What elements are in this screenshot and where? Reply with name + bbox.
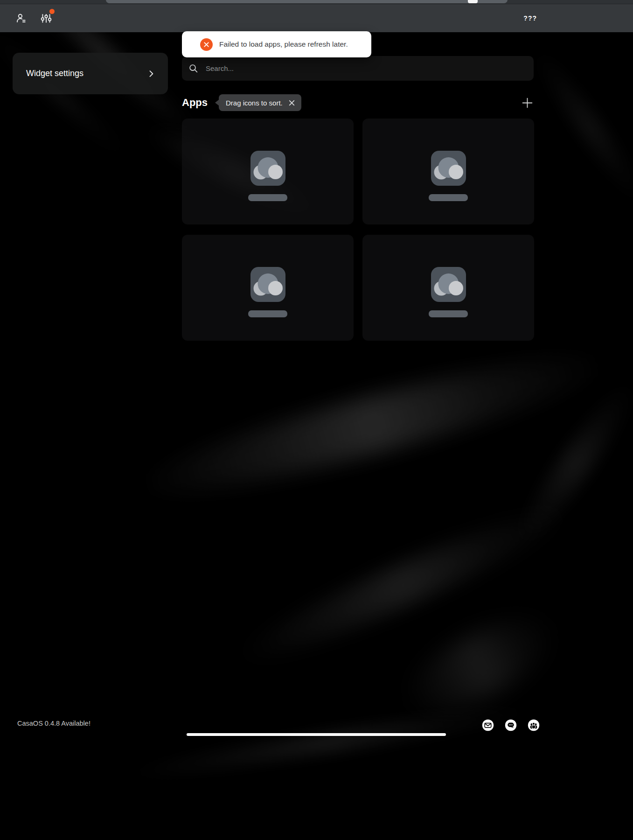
drag-sort-tooltip: Drag icons to sort. <box>219 94 301 111</box>
widget-settings-button[interactable] <box>38 10 54 26</box>
app-card-skeleton[interactable] <box>182 235 354 341</box>
community-icon[interactable] <box>528 719 540 731</box>
app-card-skeleton[interactable] <box>362 235 534 341</box>
address-bar[interactable] <box>106 0 508 3</box>
app-placeholder-cloud-icon <box>250 267 285 302</box>
add-app-button[interactable] <box>521 97 534 109</box>
background-streak <box>127 334 619 516</box>
footer-links <box>482 719 540 731</box>
mail-icon[interactable] <box>482 719 494 731</box>
user-icon <box>15 12 27 24</box>
app-placeholder-cloud-icon <box>431 267 466 302</box>
app-name-skeleton-bar <box>429 310 468 317</box>
user-button[interactable] <box>13 10 29 26</box>
version-update-link[interactable]: CasaOS 0.4.8 Available! <box>17 720 90 727</box>
background-streak <box>506 372 633 554</box>
casaos-screen: ??? Widget settings Failed to load apps,… <box>0 0 633 840</box>
widget-sliders-icon <box>40 12 52 24</box>
apps-grid <box>182 119 534 341</box>
home-indicator[interactable] <box>187 733 446 736</box>
chevron-right-icon <box>146 69 156 78</box>
error-circle-x-icon <box>200 38 213 51</box>
chat-icon[interactable] <box>505 719 517 731</box>
search-icon <box>188 63 199 74</box>
background-streak <box>0 23 137 166</box>
app-placeholder-cloud-icon <box>250 151 285 186</box>
help-button[interactable]: ??? <box>523 4 537 32</box>
app-card-skeleton[interactable] <box>182 119 354 224</box>
tab-notch <box>468 0 478 3</box>
app-name-skeleton-bar <box>248 310 287 317</box>
error-toast: Failed to load apps, please refresh late… <box>182 31 371 57</box>
browser-chrome-strip <box>0 0 633 4</box>
close-icon[interactable] <box>288 99 295 106</box>
background-streak <box>392 599 569 731</box>
widget-settings-panel[interactable]: Widget settings <box>13 53 168 94</box>
app-placeholder-cloud-icon <box>431 151 466 186</box>
widget-settings-label: Widget settings <box>26 69 146 78</box>
apps-section-title: Apps <box>182 97 208 109</box>
app-card-skeleton[interactable] <box>362 119 534 224</box>
toast-message: Failed to load apps, please refresh late… <box>219 40 348 49</box>
top-navbar: ??? <box>0 4 633 32</box>
background-streak <box>227 491 580 678</box>
plus-icon <box>521 97 534 109</box>
app-name-skeleton-bar <box>429 194 468 201</box>
search-bar <box>182 56 534 81</box>
tooltip-text: Drag icons to sort. <box>226 99 283 107</box>
app-name-skeleton-bar <box>248 194 287 201</box>
background-streak <box>113 699 550 786</box>
apps-header: Apps Drag icons to sort. <box>182 94 534 112</box>
notification-dot <box>49 9 55 14</box>
background-streak <box>524 39 633 216</box>
search-input[interactable] <box>205 64 527 73</box>
